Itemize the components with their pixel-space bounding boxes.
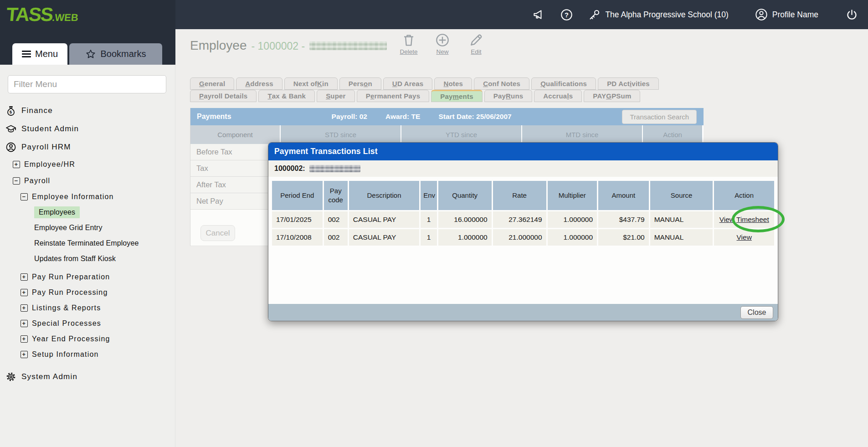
- new-button[interactable]: New: [431, 33, 454, 55]
- cell-period_end: 17/10/2008: [272, 229, 323, 246]
- expand-icon[interactable]: +: [21, 351, 28, 358]
- tab-menu[interactable]: Menu: [12, 43, 67, 65]
- megaphone-icon: [532, 9, 544, 21]
- components-header-mtd-since: MTD since: [522, 125, 642, 144]
- cell-env: 1: [421, 229, 437, 246]
- sidebar-item-pay-run-preparation[interactable]: +Pay Run Preparation: [0, 269, 175, 285]
- tab-payg-psum[interactable]: PAYG PSum: [584, 90, 640, 102]
- sidebar-item-reinstate-terminated-employee[interactable]: Reinstate Terminated Employee: [0, 236, 175, 251]
- tab-super[interactable]: Super: [317, 90, 355, 102]
- transaction-row: 17/10/2008002CASUAL PAY11.00000021.00000…: [272, 229, 774, 246]
- menu-tab-label: Menu: [35, 49, 58, 59]
- profile-name: Profile Name: [772, 10, 818, 20]
- modal-title-bar: Payment Transactions List: [268, 143, 778, 160]
- panel-title: Payments: [197, 113, 231, 121]
- tab-qualifications[interactable]: Qualifications: [531, 77, 596, 90]
- timesheet-link[interactable]: Timesheet: [736, 216, 769, 223]
- sidebar-item-employee-information[interactable]: −Employee Information: [0, 189, 175, 205]
- page-title: Employee - 1000002 -: [190, 38, 387, 53]
- question-icon: ?: [560, 9, 573, 21]
- record-toolbar: Delete New Edit: [397, 33, 488, 55]
- sidebar-item-label: Pay Run Preparation: [32, 273, 110, 281]
- collapse-icon[interactable]: −: [13, 177, 20, 185]
- expand-icon[interactable]: +: [13, 161, 20, 168]
- close-button[interactable]: Close: [740, 306, 773, 319]
- school-switcher[interactable]: The Alpha Progressive School (10): [588, 9, 728, 21]
- help-button[interactable]: ?: [560, 9, 573, 21]
- expand-icon[interactable]: +: [21, 289, 28, 296]
- sidebar-item-employee-hr[interactable]: +Employee/HR: [0, 156, 175, 173]
- modal-employee-id: 1000002:: [274, 164, 305, 173]
- filter-menu-input[interactable]: [8, 75, 166, 93]
- tab-conf-notes[interactable]: Conf Notes: [474, 77, 529, 90]
- column-header-source: Source: [650, 181, 713, 210]
- cell-rate: 27.362149: [493, 211, 546, 228]
- sidebar-item-year-end-processing[interactable]: +Year End Processing: [0, 331, 175, 347]
- logo-text: TASS: [5, 4, 53, 25]
- tab-address[interactable]: Address: [236, 77, 282, 90]
- record-tabs: GeneralAddressNext of KinPersonUD AreasN…: [190, 77, 704, 102]
- components-header-std-since: STD since: [281, 125, 401, 144]
- tab-notes[interactable]: Notes: [434, 77, 472, 90]
- tab-person[interactable]: Person: [339, 77, 381, 90]
- edit-button[interactable]: Edit: [465, 33, 488, 55]
- expand-icon[interactable]: +: [21, 304, 28, 312]
- tab-ud-areas[interactable]: UD Areas: [383, 77, 433, 90]
- cell-pay_code: 002: [324, 229, 348, 246]
- sidebar-item-system-admin[interactable]: System Admin: [0, 368, 175, 386]
- cell-quantity: 1.000000: [438, 229, 492, 246]
- gear-icon: [5, 371, 16, 382]
- tab-payroll-details[interactable]: Payroll Details: [190, 90, 257, 102]
- delete-button[interactable]: Delete: [397, 33, 420, 55]
- star-icon: [85, 49, 96, 60]
- announcements-button[interactable]: [532, 9, 544, 21]
- view-link[interactable]: View: [719, 216, 734, 223]
- sidebar-item-setup-information[interactable]: +Setup Information: [0, 347, 175, 362]
- sidebar-item-student-admin[interactable]: Student Admin: [0, 120, 175, 138]
- components-header-ytd-since: YTD since: [401, 125, 521, 144]
- sidebar-item-listings-reports[interactable]: +Listings & Reports: [0, 300, 175, 316]
- sidebar-item-employees[interactable]: Employees: [0, 205, 175, 220]
- panel-award: Award: TE: [385, 113, 420, 121]
- tab-row-2: Payroll DetailsTax & BankSuperPermanent …: [190, 90, 704, 102]
- sidebar-item-finance[interactable]: $Finance: [0, 102, 175, 120]
- app-screen: TASS.WEB ? The Alpha Progressive School …: [0, 0, 868, 447]
- sidebar-item-label: System Admin: [21, 372, 77, 381]
- expand-icon[interactable]: +: [21, 273, 28, 281]
- tab-payments[interactable]: Payments: [431, 90, 483, 102]
- sidebar-item-payroll-hrm[interactable]: Payroll HRM: [0, 138, 175, 156]
- sidebar-item-updates-from-staff-kiosk[interactable]: Updates from Staff Kiosk: [0, 251, 175, 267]
- page-title-record-id: - 1000002 -: [252, 40, 305, 52]
- tab-bookmarks[interactable]: Bookmarks: [69, 43, 162, 65]
- sidebar-item-payroll[interactable]: −Payroll: [0, 173, 175, 189]
- cell-source: MANUAL: [650, 211, 713, 228]
- cell-action: View: [714, 229, 774, 246]
- sidebar-item-pay-run-processing[interactable]: +Pay Run Processing: [0, 285, 175, 300]
- transactions-table: Period EndPay codeDescriptionEnvQuantity…: [271, 180, 776, 247]
- tab-accruals[interactable]: Accruals: [534, 90, 582, 102]
- sidebar-item-label: Payroll: [24, 177, 50, 185]
- tab-pay-runs[interactable]: Pay Runs: [484, 90, 533, 102]
- sidebar: $FinanceStudent AdminPayroll HRM+Employe…: [0, 65, 175, 447]
- logout-button[interactable]: [846, 9, 858, 21]
- tab-permanent-pays[interactable]: Permanent Pays: [357, 90, 430, 102]
- tab-next-of-kin[interactable]: Next of Kin: [284, 77, 338, 90]
- sidebar-item-label: Employee/HR: [24, 160, 75, 169]
- cancel-button[interactable]: Cancel: [200, 225, 235, 241]
- trash-icon: [401, 33, 416, 47]
- school-name: The Alpha Progressive School (10): [605, 10, 728, 20]
- tab-pd-activities[interactable]: PD Activities: [598, 77, 659, 90]
- tab-general[interactable]: General: [190, 77, 234, 90]
- expand-icon[interactable]: +: [21, 335, 28, 343]
- transaction-search-button[interactable]: Transaction Search: [622, 110, 697, 124]
- expand-icon[interactable]: +: [21, 320, 28, 327]
- sidebar-item-special-processes[interactable]: +Special Processes: [0, 316, 175, 331]
- pencil-icon: [469, 33, 483, 47]
- panel-meta: Payroll: 02 Award: TE Start Date: 25/06/…: [332, 113, 512, 121]
- sidebar-item-employee-grid-entry[interactable]: Employee Grid Entry: [0, 220, 175, 236]
- collapse-icon[interactable]: −: [21, 193, 28, 200]
- profile-menu[interactable]: Profile Name: [755, 8, 818, 21]
- view-link[interactable]: View: [737, 233, 752, 241]
- tab-tax-bank[interactable]: Tax & Bank: [258, 90, 315, 102]
- cell-action: View Timesheet: [714, 211, 774, 228]
